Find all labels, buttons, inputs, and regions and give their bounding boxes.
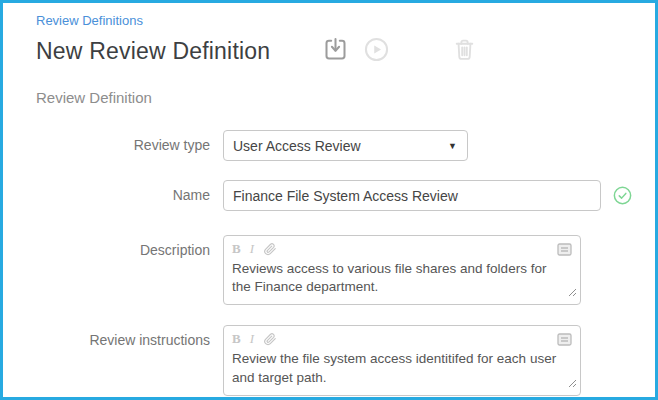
description-toolbar: B I bbox=[232, 241, 572, 257]
form-row-review-instructions: Review instructions B I bbox=[36, 325, 655, 395]
delete-button[interactable] bbox=[452, 37, 477, 65]
name-input[interactable] bbox=[223, 180, 601, 211]
resize-grip-icon[interactable] bbox=[567, 374, 577, 392]
new-review-definition-window: Review Definitions New Review Definition bbox=[0, 0, 658, 400]
review-definition-form: Review type User Access Review ▼ Name bbox=[36, 130, 655, 396]
paperclip-icon[interactable] bbox=[263, 242, 277, 256]
resize-grip-icon[interactable] bbox=[567, 283, 577, 301]
description-text[interactable]: Reviews access to various file shares an… bbox=[232, 260, 572, 296]
page-content: Review Definitions New Review Definition bbox=[3, 3, 655, 396]
review-type-select[interactable]: User Access Review ▼ bbox=[223, 130, 468, 161]
breadcrumb-review-definitions[interactable]: Review Definitions bbox=[36, 13, 143, 28]
editor-menu-icon[interactable] bbox=[557, 243, 572, 256]
save-button[interactable] bbox=[322, 36, 349, 66]
form-row-name: Name bbox=[36, 180, 655, 211]
trash-icon bbox=[452, 37, 477, 65]
valid-check-icon bbox=[612, 185, 633, 210]
review-type-value: User Access Review bbox=[233, 138, 448, 154]
italic-icon[interactable]: I bbox=[250, 331, 254, 347]
form-row-description: Description B I bbox=[36, 235, 655, 305]
run-button[interactable] bbox=[363, 36, 390, 66]
review-type-label: Review type bbox=[36, 130, 210, 153]
editor-menu-icon[interactable] bbox=[557, 333, 572, 346]
italic-icon[interactable]: I bbox=[250, 241, 254, 257]
form-row-review-type: Review type User Access Review ▼ bbox=[36, 130, 655, 161]
review-instructions-toolbar: B I bbox=[232, 331, 572, 347]
chevron-down-icon: ▼ bbox=[448, 141, 457, 151]
bold-icon[interactable]: B bbox=[232, 241, 241, 257]
review-instructions-label: Review instructions bbox=[36, 325, 210, 348]
review-instructions-editor[interactable]: B I bbox=[223, 325, 581, 395]
description-editor[interactable]: B I bbox=[223, 235, 581, 305]
review-instructions-text[interactable]: Review the file system access identitife… bbox=[232, 350, 572, 386]
bold-icon[interactable]: B bbox=[232, 331, 241, 347]
name-label: Name bbox=[36, 180, 210, 203]
section-title: Review Definition bbox=[36, 89, 655, 106]
play-icon bbox=[363, 36, 390, 66]
description-label: Description bbox=[36, 235, 210, 258]
title-row: New Review Definition bbox=[36, 35, 655, 67]
save-icon bbox=[322, 36, 349, 66]
paperclip-icon[interactable] bbox=[263, 332, 277, 346]
page-title: New Review Definition bbox=[36, 38, 270, 65]
